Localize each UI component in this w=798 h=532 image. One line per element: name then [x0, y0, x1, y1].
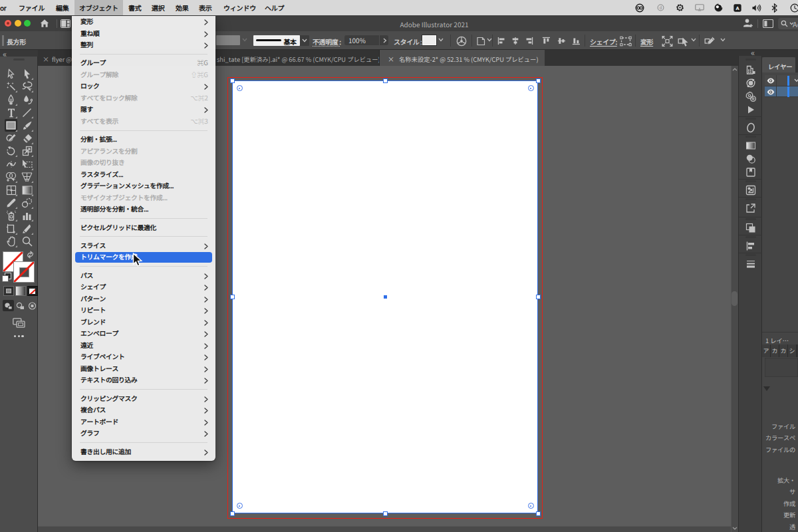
- dock-drag-handle[interactable]: [745, 136, 756, 138]
- opacity-more-button[interactable]: [379, 35, 388, 46]
- menu-item-24[interactable]: エンベロープ: [72, 328, 215, 340]
- dock-drag-handle[interactable]: [745, 118, 756, 120]
- close-tab-icon[interactable]: ×: [388, 54, 394, 64]
- menu-item-17[interactable]: スライス: [72, 240, 215, 252]
- dock-drag-handle[interactable]: [745, 198, 756, 200]
- blend-tool[interactable]: [21, 197, 33, 209]
- record-circle-icon[interactable]: [714, 0, 723, 15]
- stroke-width-profile-dropdown[interactable]: [216, 35, 240, 45]
- zoom-tool[interactable]: [21, 235, 33, 248]
- symbols-panel-icon[interactable]: [745, 185, 756, 196]
- select-similar-icon[interactable]: [678, 36, 689, 47]
- toolbar-drag-handle[interactable]: [13, 59, 25, 61]
- document-tab-active[interactable]: × 名称未設定-2* @ 52.31 % (CMYK/CPU プレビュー): [380, 50, 545, 66]
- width-tool[interactable]: [5, 158, 17, 170]
- volume-icon[interactable]: [751, 0, 761, 15]
- share-document-icon[interactable]: [742, 17, 753, 29]
- draw-normal-button[interactable]: [3, 300, 14, 311]
- gradient-panel-icon[interactable]: [745, 140, 756, 151]
- layer-row[interactable]: [765, 86, 798, 98]
- menu-item-15[interactable]: 透明部分を分割・統合...: [72, 203, 215, 215]
- edit-toolbar-ellipsis[interactable]: [14, 335, 25, 338]
- live-corner-widget[interactable]: [528, 85, 534, 91]
- paint-color-button[interactable]: [3, 286, 14, 296]
- menu-item-32[interactable]: グラフ: [72, 428, 215, 440]
- pen-tool[interactable]: [5, 93, 17, 106]
- align-bottom-icon[interactable]: [572, 36, 580, 46]
- live-corner-widget[interactable]: [237, 85, 243, 91]
- transform-label[interactable]: 変形: [640, 37, 653, 47]
- menu-item-28[interactable]: テキストの回り込み: [72, 374, 215, 386]
- swap-fill-stroke-icon[interactable]: [26, 251, 35, 259]
- brush-definition-dropdown[interactable]: 基本: [253, 35, 300, 47]
- menu-item-22[interactable]: リピート: [72, 305, 215, 317]
- line-segment-tool[interactable]: [21, 106, 33, 119]
- isolate-selected-object-icon[interactable]: [476, 36, 487, 47]
- menu-item-20[interactable]: シェイプ: [72, 281, 215, 293]
- ime-a-icon[interactable]: A: [733, 0, 741, 15]
- bluetooth-icon[interactable]: [771, 0, 777, 15]
- direct-selection-tool[interactable]: [21, 68, 33, 80]
- dock-drag-handle[interactable]: [745, 236, 756, 238]
- display-icon[interactable]: [695, 0, 704, 15]
- dock-drag-handle[interactable]: [745, 180, 756, 182]
- menu-item-11[interactable]: 画像の切り抜き: [72, 157, 215, 169]
- screen-mode-icon[interactable]: [13, 318, 25, 329]
- align-top-icon[interactable]: [542, 36, 550, 46]
- live-corner-widget[interactable]: [528, 503, 534, 509]
- paintbrush-tool[interactable]: [21, 119, 33, 132]
- dock-drag-handle[interactable]: [745, 254, 756, 256]
- menu-item-19[interactable]: パス: [72, 270, 215, 282]
- menubar-item-8[interactable]: ヘルプ: [260, 0, 289, 15]
- menu-item-5[interactable]: ロック: [72, 80, 215, 92]
- layer-row[interactable]: [765, 75, 798, 86]
- chevron-down-icon[interactable]: [732, 527, 737, 530]
- chevron-down-icon[interactable]: [691, 38, 696, 42]
- menu-item-13[interactable]: グラデーションメッシュを作成...: [72, 180, 215, 192]
- shaper-tool[interactable]: [5, 132, 17, 145]
- chevron-down-icon[interactable]: [302, 39, 307, 43]
- transparency-panel-icon[interactable]: [745, 154, 756, 164]
- selection-center-point[interactable]: [384, 295, 387, 299]
- lasso-tool[interactable]: [21, 80, 33, 93]
- menu-item-18[interactable]: トリムマークを作成: [72, 251, 215, 263]
- bounding-box-icon[interactable]: [662, 36, 673, 47]
- rectangle-tool[interactable]: [5, 119, 17, 132]
- default-fill-stroke-icon[interactable]: [2, 273, 11, 282]
- live-corner-widget[interactable]: [237, 503, 243, 509]
- edit-similar-icon[interactable]: [704, 36, 716, 47]
- creative-cloud-icon[interactable]: [635, 0, 644, 15]
- horizontal-scrollbar-track[interactable]: [38, 526, 731, 532]
- appearance-panel-icon[interactable]: [745, 122, 756, 133]
- selection-handle[interactable]: [536, 295, 541, 299]
- layer-visibility-eye-icon[interactable]: [767, 78, 775, 84]
- document-tab-label[interactable]: flyer @: [52, 55, 72, 64]
- vertical-scrollbar-thumb[interactable]: [732, 291, 737, 306]
- gear-badge-icon[interactable]: [676, 0, 684, 15]
- chevron-down-icon[interactable]: [438, 38, 444, 42]
- layer-visibility-eye-icon[interactable]: [767, 89, 775, 95]
- curvature-tool[interactable]: [21, 93, 33, 106]
- menu-item-21[interactable]: パターン: [72, 293, 215, 305]
- paint-gradient-button[interactable]: [15, 286, 26, 296]
- column-graph-tool[interactable]: [21, 209, 33, 222]
- selection-handle[interactable]: [230, 78, 235, 83]
- menubar-item-7[interactable]: ウィンドウ: [219, 0, 261, 15]
- workspace-switcher-icon[interactable]: [763, 19, 773, 28]
- paint-none-button[interactable]: [27, 286, 38, 296]
- graphic-styles-panel-icon[interactable]: [745, 167, 756, 178]
- menubar-item-1[interactable]: 編集: [51, 0, 74, 15]
- minimize-window-button[interactable]: [15, 20, 21, 27]
- free-transform-tool[interactable]: [21, 158, 33, 170]
- export-panel-icon[interactable]: [745, 203, 756, 213]
- dock-drag-handle[interactable]: [745, 59, 756, 61]
- shape-widget-icon[interactable]: [620, 36, 632, 47]
- align-left-icon[interactable]: [497, 36, 505, 46]
- menu-item-3[interactable]: グループ⌘G: [72, 57, 215, 69]
- mesh-tool[interactable]: [5, 184, 17, 196]
- menu-item-29[interactable]: クリッピングマスク: [72, 393, 215, 405]
- eraser-tool[interactable]: [21, 132, 33, 145]
- menu-item-14[interactable]: モザイクオブジェクトを作成...: [72, 192, 215, 204]
- menu-item-23[interactable]: ブレンド: [72, 317, 215, 329]
- menubar-item-2[interactable]: オブジェクト: [74, 0, 123, 15]
